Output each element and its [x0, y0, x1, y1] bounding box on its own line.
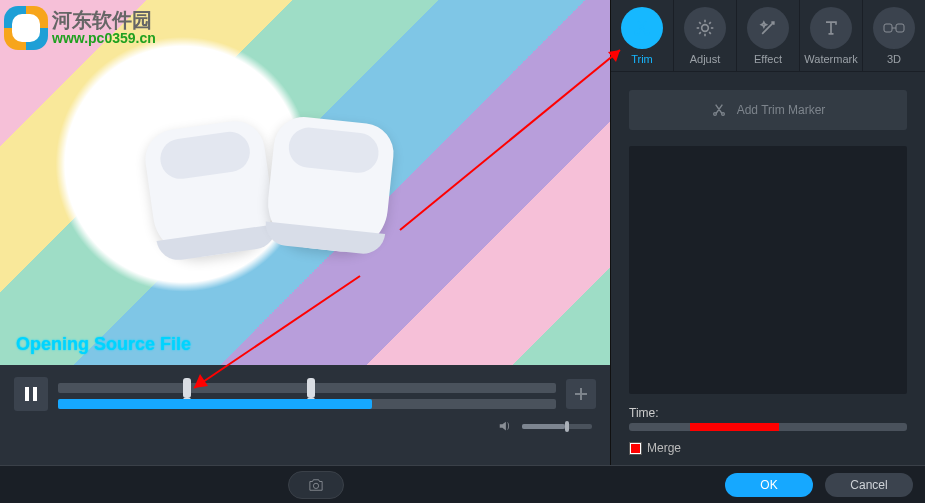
cancel-button-label: Cancel	[850, 478, 887, 492]
volume-slider[interactable]	[522, 424, 592, 429]
volume-fill	[522, 424, 565, 429]
volume-knob[interactable]	[565, 421, 569, 432]
video-preview[interactable]: 河东软件园 www.pc0359.cn Opening Source File	[0, 0, 610, 365]
add-trim-marker-button[interactable]: Add Trim Marker	[629, 90, 907, 130]
trim-segments-list[interactable]	[629, 146, 907, 394]
svg-point-16	[313, 483, 318, 488]
scissors-icon	[632, 18, 652, 38]
tab-effect[interactable]: Effect	[737, 0, 800, 71]
svg-point-4	[702, 24, 709, 31]
merge-checkbox-row[interactable]: Merge	[629, 441, 907, 455]
trim-track[interactable]	[58, 383, 556, 393]
status-overlay-text: Opening Source File	[16, 334, 191, 355]
tab-watermark[interactable]: Watermark	[800, 0, 863, 71]
seek-fill	[58, 399, 372, 409]
trim-handle-end[interactable]	[307, 378, 315, 398]
preview-content	[140, 110, 420, 280]
tab-trim-label: Trim	[631, 53, 653, 65]
text-icon	[821, 18, 841, 38]
watermark-logo-icon	[4, 6, 48, 50]
site-watermark: 河东软件园 www.pc0359.cn	[4, 4, 204, 52]
svg-rect-13	[884, 24, 892, 32]
svg-rect-0	[25, 387, 29, 401]
scissors-icon	[711, 102, 727, 118]
add-segment-button[interactable]	[566, 379, 596, 409]
player-controls	[0, 365, 610, 465]
svg-line-12	[699, 32, 701, 34]
watermark-text-url: www.pc0359.cn	[52, 31, 156, 46]
pause-button[interactable]	[14, 377, 48, 411]
cancel-button[interactable]: Cancel	[825, 473, 913, 497]
svg-line-9	[699, 22, 701, 24]
camera-icon	[308, 478, 324, 492]
tab-trim[interactable]: Trim	[611, 0, 674, 71]
snapshot-button[interactable]	[288, 471, 344, 499]
watermark-text-cn: 河东软件园	[52, 9, 156, 31]
seek-track[interactable]	[58, 399, 556, 409]
edit-tabs: Trim Adjust Effect Watermark 3D	[611, 0, 925, 72]
svg-rect-14	[896, 24, 904, 32]
tab-3d-label: 3D	[887, 53, 901, 65]
trim-handle-start[interactable]	[183, 378, 191, 398]
tab-3d[interactable]: 3D	[863, 0, 925, 71]
merge-checkbox[interactable]	[629, 442, 642, 455]
merge-label: Merge	[647, 441, 681, 455]
sun-icon	[695, 18, 715, 38]
wand-icon	[758, 18, 778, 38]
time-range-bar[interactable]	[629, 423, 907, 431]
tab-adjust-label: Adjust	[690, 53, 721, 65]
ok-button[interactable]: OK	[725, 473, 813, 497]
volume-icon	[498, 419, 512, 433]
footer-bar: OK Cancel	[0, 465, 925, 503]
tab-watermark-label: Watermark	[804, 53, 857, 65]
add-trim-marker-label: Add Trim Marker	[737, 103, 826, 117]
svg-line-11	[709, 22, 711, 24]
svg-line-10	[709, 32, 711, 34]
time-label: Time:	[629, 406, 659, 420]
svg-rect-3	[575, 393, 587, 395]
glasses-3d-icon	[883, 21, 905, 35]
svg-rect-1	[33, 387, 37, 401]
tab-effect-label: Effect	[754, 53, 782, 65]
plus-icon	[574, 387, 588, 401]
pause-icon	[25, 387, 37, 401]
time-range-selection[interactable]	[690, 423, 779, 431]
tab-adjust[interactable]: Adjust	[674, 0, 737, 71]
ok-button-label: OK	[760, 478, 777, 492]
